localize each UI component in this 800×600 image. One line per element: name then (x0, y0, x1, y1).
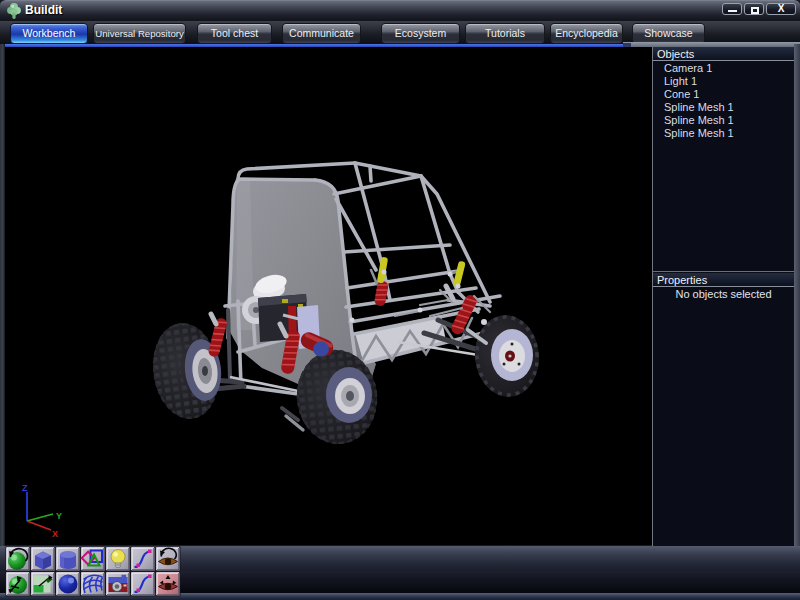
svg-text:Y: Y (56, 511, 62, 521)
svg-text:Z: Z (22, 483, 28, 493)
svg-text:X: X (52, 529, 58, 539)
